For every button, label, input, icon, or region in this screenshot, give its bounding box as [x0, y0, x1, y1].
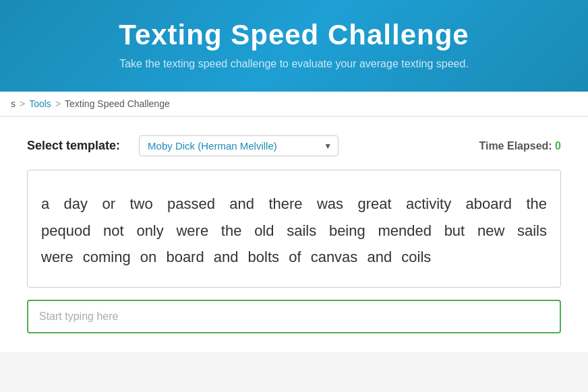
breadcrumb-sep-1: > — [20, 98, 25, 109]
challenge-text: a day or two passed and there was great … — [41, 191, 547, 271]
page-title: Texting Speed Challenge — [13, 19, 575, 51]
text-display-box: a day or two passed and there was great … — [27, 170, 561, 288]
template-select-wrapper: Moby Dick (Herman Melville)The Great Gat… — [139, 135, 339, 156]
typing-input[interactable] — [27, 300, 561, 333]
page-subtitle: Take the texting speed challenge to eval… — [13, 58, 575, 70]
template-selector-group: Select template: Moby Dick (Herman Melvi… — [27, 135, 339, 156]
page-header: Texting Speed Challenge Take the texting… — [0, 0, 588, 92]
controls-row: Select template: Moby Dick (Herman Melvi… — [27, 135, 561, 156]
template-label: Select template: — [27, 139, 120, 153]
template-select[interactable]: Moby Dick (Herman Melville)The Great Gat… — [139, 135, 339, 156]
breadcrumb-sep-2: > — [55, 98, 61, 109]
breadcrumb-current: Texting Speed Challenge — [65, 98, 170, 109]
main-content: Select template: Moby Dick (Herman Melvi… — [0, 117, 588, 352]
breadcrumb-tools-link[interactable]: Tools — [29, 98, 51, 109]
breadcrumb: s > Tools > Texting Speed Challenge — [0, 92, 588, 117]
breadcrumb-home: s — [11, 98, 16, 109]
time-elapsed-display: Time Elapsed: 0 — [479, 140, 561, 152]
time-elapsed-label: Time Elapsed: — [479, 140, 552, 152]
time-elapsed-value: 0 — [555, 140, 561, 152]
